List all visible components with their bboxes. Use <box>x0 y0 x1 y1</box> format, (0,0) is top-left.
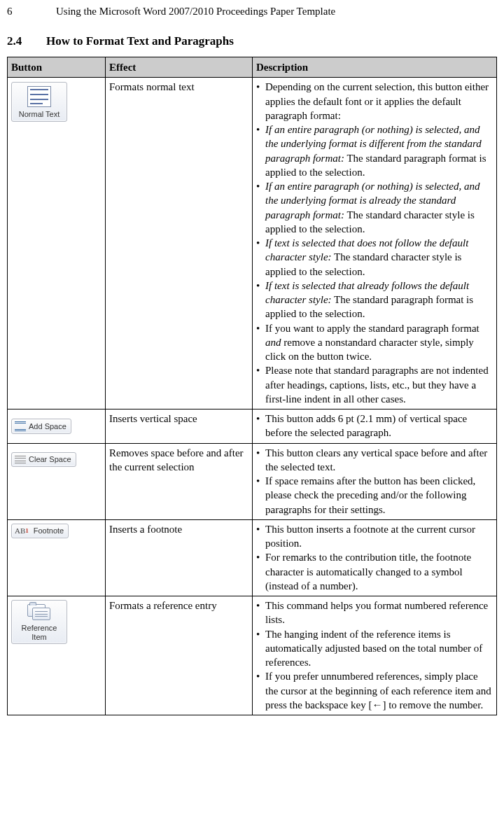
footnote-icon: AB1 <box>15 526 29 536</box>
reference-item-icon <box>27 604 51 624</box>
description-cell: This command helps you format numbered r… <box>253 596 497 715</box>
description-cell: Depending on the current selection, this… <box>253 78 497 410</box>
add-space-icon <box>15 421 26 432</box>
list-item: This button inserts a footnote at the cu… <box>265 522 493 551</box>
effect-cell: Inserts vertical space <box>106 410 253 444</box>
description-cell: This button clears any vertical space be… <box>253 443 497 519</box>
button-label: Reference Item <box>13 624 65 641</box>
normal-text-button[interactable]: Normal Text <box>11 82 67 122</box>
button-cell: Clear Space <box>8 443 106 519</box>
clear-space-button[interactable]: Clear Space <box>11 452 76 467</box>
reference-item-button[interactable]: Reference Item <box>11 600 67 644</box>
description-cell: This button inserts a footnote at the cu… <box>253 519 497 596</box>
list-item: Depending on the current selection, this… <box>265 80 493 122</box>
button-cell: AB1 Footnote <box>8 519 106 596</box>
list-item: If an entire paragraph (or nothing) is s… <box>265 179 493 236</box>
effect-cell: Removes space before and after the curre… <box>106 443 253 519</box>
list-item: Please note that standard paragraphs are… <box>265 363 493 406</box>
list-item: If space remains after the button has be… <box>265 474 493 517</box>
button-cell: Normal Text <box>8 78 106 410</box>
col-header-description: Description <box>253 57 497 78</box>
table-row: Normal Text Formats normal text Dependin… <box>8 78 497 410</box>
list-item: This command helps you format numbered r… <box>265 598 493 627</box>
col-header-button: Button <box>8 57 106 78</box>
col-header-effect: Effect <box>106 57 253 78</box>
normal-text-icon <box>27 86 51 110</box>
add-space-button[interactable]: Add Space <box>11 419 71 434</box>
list-item: This button clears any vertical space be… <box>265 446 493 475</box>
button-label: Footnote <box>34 526 64 536</box>
list-item: If an entire paragraph (or nothing) is s… <box>265 122 493 179</box>
button-label: Clear Space <box>29 454 71 465</box>
effect-cell: Formats normal text <box>106 78 253 410</box>
section-title-text: How to Format Text and Paragraphs <box>46 34 234 48</box>
effect-cell: Inserts a footnote <box>106 519 253 596</box>
list-item: If you prefer unnumbered references, sim… <box>265 669 493 712</box>
button-cell: Reference Item <box>8 596 106 715</box>
list-item: If text is selected that does not follow… <box>265 236 493 279</box>
running-header: 6 Using the Microsoft Word 2007/2010 Pro… <box>7 4 497 18</box>
section-number: 2.4 <box>7 34 46 50</box>
list-item: This button adds 6 pt (2.1 mm) of vertic… <box>265 412 493 440</box>
table-row: AB1 Footnote Inserts a footnote This but… <box>8 519 497 596</box>
section-heading: 2.4How to Format Text and Paragraphs <box>7 34 497 50</box>
button-cell: Add Space <box>8 410 106 444</box>
running-title: Using the Microsoft Word 2007/2010 Proce… <box>56 4 335 18</box>
list-item: If you want to apply the standard paragr… <box>265 321 493 364</box>
effect-cell: Formats a reference entry <box>106 596 253 715</box>
table-header-row: Button Effect Description <box>8 57 497 78</box>
list-item: For remarks to the contribution title, t… <box>265 550 493 593</box>
footnote-button[interactable]: AB1 Footnote <box>11 524 69 538</box>
table-row: Clear Space Removes space before and aft… <box>8 443 497 519</box>
button-label: Add Space <box>29 421 66 432</box>
page-body: 6 Using the Microsoft Word 2007/2010 Pro… <box>0 0 504 722</box>
list-item: If text is selected that already follows… <box>265 279 493 321</box>
page-number: 6 <box>7 4 56 18</box>
list-item: The hanging indent of the reference item… <box>265 627 493 670</box>
formatting-table: Button Effect Description Normal Text <box>7 57 497 715</box>
description-cell: This button adds 6 pt (2.1 mm) of vertic… <box>253 410 497 444</box>
table-row: Add Space Inserts vertical space This bu… <box>8 410 497 444</box>
button-label: Normal Text <box>19 110 59 119</box>
table-row: Reference Item Formats a reference entry… <box>8 596 497 715</box>
clear-space-icon <box>15 454 26 464</box>
